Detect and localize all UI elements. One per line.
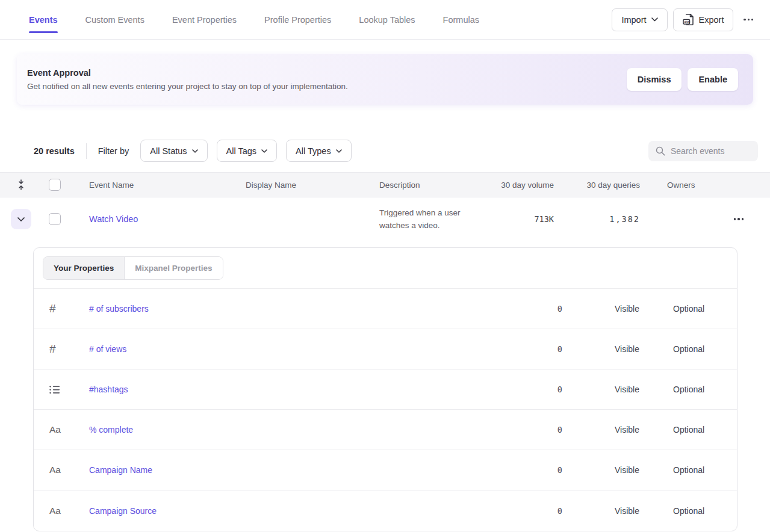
property-name-link[interactable]: Campaign Name [89, 465, 490, 475]
property-visibility: Visible [562, 425, 673, 435]
tab-events[interactable]: Events [29, 0, 58, 40]
lexicon-tabs: Events Custom Events Event Properties Pr… [29, 0, 479, 40]
import-label: Import [621, 15, 646, 25]
text-type-icon: Aa [49, 424, 61, 435]
text-type-icon: Aa [49, 465, 61, 475]
tab-event-properties[interactable]: Event Properties [172, 0, 237, 40]
tab-profile-properties[interactable]: Profile Properties [264, 0, 331, 40]
events-table: Event Name Display Name Description 30 d… [0, 172, 770, 241]
volume-cell: 713K [494, 214, 554, 224]
property-value: 0 [490, 425, 562, 435]
types-filter-dropdown[interactable]: All Types [286, 140, 352, 162]
import-button[interactable]: Import [612, 8, 667, 31]
ellipsis-icon [734, 218, 744, 220]
queries-cell: 1,382 [554, 214, 640, 224]
search-events-box[interactable] [648, 141, 758, 161]
chevron-down-icon [261, 149, 267, 153]
col-30day-volume: 30 day volume [494, 181, 554, 190]
table-header-row: Event Name Display Name Description 30 d… [0, 172, 770, 197]
property-name-link[interactable]: Campaign Source [89, 506, 490, 516]
tags-filter-dropdown[interactable]: All Tags [217, 140, 278, 162]
property-value: 0 [490, 506, 562, 516]
divider [86, 143, 87, 159]
number-type-icon: # [49, 342, 56, 356]
col-30day-queries: 30 day queries [554, 181, 640, 190]
tab-custom-events[interactable]: Custom Events [85, 0, 144, 40]
property-requirement: Optional [673, 304, 737, 314]
export-button[interactable]: csv Export [673, 8, 734, 31]
tab-formulas[interactable]: Formulas [443, 0, 479, 40]
row-checkbox[interactable] [49, 213, 61, 225]
col-event-name: Event Name [89, 181, 246, 190]
property-visibility: Visible [562, 385, 673, 394]
filter-by-label: Filter by [98, 146, 129, 156]
property-visibility: Visible [562, 344, 673, 354]
property-visibility: Visible [562, 506, 673, 516]
text-type-icon: Aa [49, 506, 61, 516]
collapse-all-icon[interactable] [17, 179, 25, 190]
property-requirement: Optional [673, 506, 737, 516]
tab-mixpanel-properties[interactable]: Mixpanel Properties [125, 257, 222, 279]
status-filter-dropdown[interactable]: All Status [140, 140, 207, 162]
enable-button[interactable]: Enable [688, 68, 738, 91]
more-options-button[interactable] [739, 8, 758, 31]
event-row-watch-video: Watch Video Triggered when a user watche… [0, 197, 770, 241]
property-row: Aa % complete 0 Visible Optional [34, 410, 737, 450]
property-visibility: Visible [562, 465, 673, 475]
property-value: 0 [490, 465, 562, 475]
property-name-link[interactable]: #hashtags [89, 385, 490, 394]
property-name-link[interactable]: # of subscribers [89, 304, 490, 314]
ellipsis-icon [744, 19, 753, 20]
description-cell: Triggered when a user watches a video. [379, 206, 494, 232]
properties-tab-control: Your Properties Mixpanel Properties [43, 256, 223, 280]
list-type-icon [49, 385, 60, 394]
col-display-name: Display Name [246, 181, 379, 190]
property-visibility: Visible [562, 304, 673, 314]
row-more-options-button[interactable] [729, 208, 748, 230]
event-name-link[interactable]: Watch Video [89, 214, 138, 224]
property-value: 0 [490, 304, 562, 314]
property-requirement: Optional [673, 385, 737, 394]
chevron-down-icon [192, 149, 198, 153]
property-row: #hashtags 0 Visible Optional [34, 370, 737, 410]
property-value: 0 [490, 344, 562, 354]
property-row: Aa Campaign Source 0 Visible Optional [34, 490, 737, 531]
property-name-link[interactable]: # of views [89, 344, 490, 354]
number-type-icon: # [49, 302, 56, 315]
property-row: # # of views 0 Visible Optional [34, 329, 737, 370]
property-row: Aa Campaign Name 0 Visible Optional [34, 450, 737, 490]
banner-description: Get notified on all new events entering … [27, 82, 348, 91]
event-properties-panel: Your Properties Mixpanel Properties # # … [33, 247, 737, 531]
property-requirement: Optional [673, 344, 737, 354]
row-expander-button[interactable] [11, 209, 31, 229]
banner-title: Event Approval [27, 68, 348, 78]
property-value: 0 [490, 385, 562, 394]
tab-your-properties[interactable]: Your Properties [43, 257, 125, 279]
csv-file-icon: csv [683, 13, 694, 26]
tab-events-label: Events [29, 15, 58, 25]
export-label: Export [699, 15, 724, 25]
col-owners: Owners [640, 181, 707, 190]
tab-lookup-tables[interactable]: Lookup Tables [359, 0, 415, 40]
property-row: # # of subscribers 0 Visible Optional [34, 289, 737, 329]
search-input[interactable] [671, 146, 743, 156]
active-tab-underline [29, 31, 58, 33]
chevron-down-icon [336, 149, 342, 153]
property-name-link[interactable]: % complete [89, 425, 490, 435]
event-approval-banner: Event Approval Get notified on all new e… [17, 54, 753, 105]
property-requirement: Optional [673, 465, 737, 475]
svg-text:csv: csv [684, 20, 690, 23]
chevron-down-icon [651, 17, 658, 22]
search-icon [656, 146, 665, 156]
top-navigation: Events Custom Events Event Properties Pr… [0, 0, 770, 40]
select-all-checkbox[interactable] [49, 179, 61, 191]
chevron-down-icon [17, 217, 25, 221]
col-description: Description [379, 181, 494, 190]
property-requirement: Optional [673, 425, 737, 435]
results-count: 20 results [34, 146, 75, 156]
filter-toolbar: 20 results Filter by All Status All Tags… [0, 140, 770, 162]
dismiss-button[interactable]: Dismiss [627, 68, 682, 91]
